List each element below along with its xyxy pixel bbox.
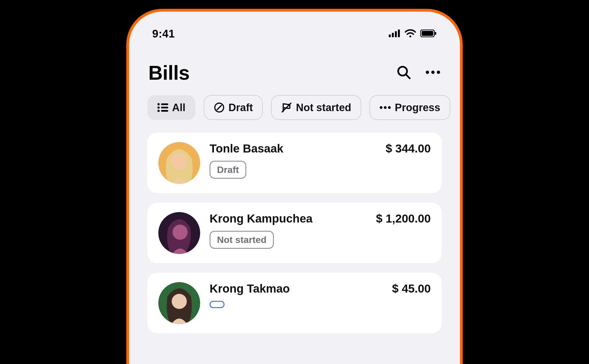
svg-point-11 bbox=[431, 71, 435, 74]
bill-amount: $ 344.00 bbox=[386, 142, 431, 155]
filter-chip-draft[interactable]: Draft bbox=[204, 95, 263, 120]
header: Bills bbox=[136, 45, 453, 95]
cell-signal-icon bbox=[389, 30, 400, 38]
bill-card[interactable]: Krong Takmao $ 45.00 bbox=[147, 273, 442, 333]
battery-icon bbox=[420, 30, 437, 38]
filter-chip-not-started[interactable]: Not started bbox=[271, 95, 361, 120]
bill-info: Krong Kampuchea $ 1,200.00 Not started bbox=[210, 212, 431, 249]
bill-name: Krong Takmao bbox=[210, 282, 290, 295]
bill-amount: $ 45.00 bbox=[392, 282, 431, 295]
page-title: Bills bbox=[148, 61, 190, 84]
bill-info: Krong Takmao $ 45.00 bbox=[210, 282, 431, 309]
filter-label: All bbox=[172, 102, 186, 114]
svg-rect-2 bbox=[395, 31, 397, 37]
screen: 9:41 bbox=[136, 18, 453, 364]
bill-amount: $ 1,200.00 bbox=[376, 212, 431, 225]
status-badge: Draft bbox=[210, 161, 246, 179]
svg-point-10 bbox=[426, 71, 429, 74]
device-frame: 9:41 bbox=[126, 9, 463, 364]
ellipsis-icon bbox=[379, 105, 391, 110]
svg-point-13 bbox=[157, 103, 160, 105]
bill-card[interactable]: Krong Kampuchea $ 1,200.00 Not started bbox=[147, 203, 442, 263]
status-time: 9:41 bbox=[152, 28, 175, 40]
avatar bbox=[158, 282, 200, 324]
svg-line-9 bbox=[406, 74, 410, 78]
wifi-icon bbox=[405, 29, 416, 39]
svg-point-15 bbox=[157, 110, 160, 112]
svg-point-14 bbox=[157, 106, 160, 109]
avatar bbox=[158, 142, 200, 184]
svg-rect-18 bbox=[161, 110, 168, 112]
filter-chip-all[interactable]: All bbox=[147, 95, 196, 120]
header-actions bbox=[396, 65, 441, 81]
svg-rect-1 bbox=[392, 33, 394, 37]
svg-rect-6 bbox=[422, 31, 433, 36]
svg-rect-0 bbox=[389, 34, 391, 37]
filter-row: All Draft bbox=[136, 95, 453, 133]
more-icon[interactable] bbox=[425, 69, 441, 76]
list-icon bbox=[157, 103, 168, 112]
svg-rect-7 bbox=[435, 32, 436, 35]
svg-point-30 bbox=[173, 225, 188, 240]
svg-point-23 bbox=[384, 106, 387, 109]
filter-label: Not started bbox=[296, 102, 351, 114]
svg-point-33 bbox=[172, 294, 187, 309]
filter-label: Draft bbox=[229, 102, 253, 114]
bill-name: Tonle Basaak bbox=[210, 142, 283, 155]
svg-rect-3 bbox=[398, 30, 400, 37]
draft-icon bbox=[214, 102, 225, 113]
flag-off-icon bbox=[281, 102, 292, 113]
svg-point-27 bbox=[171, 153, 188, 170]
svg-point-12 bbox=[437, 71, 440, 74]
bill-list: Tonle Basaak $ 344.00 Draft bbox=[136, 133, 453, 333]
svg-rect-16 bbox=[161, 103, 168, 105]
status-badge bbox=[210, 301, 224, 308]
status-badge: Not started bbox=[210, 231, 274, 249]
svg-rect-17 bbox=[161, 107, 168, 108]
svg-point-22 bbox=[380, 106, 382, 109]
svg-point-4 bbox=[409, 35, 411, 37]
bill-card[interactable]: Tonle Basaak $ 344.00 Draft bbox=[147, 133, 442, 193]
status-bar: 9:41 bbox=[136, 18, 453, 45]
search-icon[interactable] bbox=[396, 65, 411, 81]
filter-label: Progress bbox=[395, 102, 440, 114]
filter-chip-progress[interactable]: Progress bbox=[370, 95, 450, 120]
bill-name: Krong Kampuchea bbox=[210, 212, 312, 225]
svg-line-20 bbox=[217, 105, 221, 110]
avatar bbox=[158, 212, 200, 254]
status-icons bbox=[389, 29, 437, 39]
bill-info: Tonle Basaak $ 344.00 Draft bbox=[210, 142, 431, 179]
svg-point-24 bbox=[388, 106, 391, 109]
